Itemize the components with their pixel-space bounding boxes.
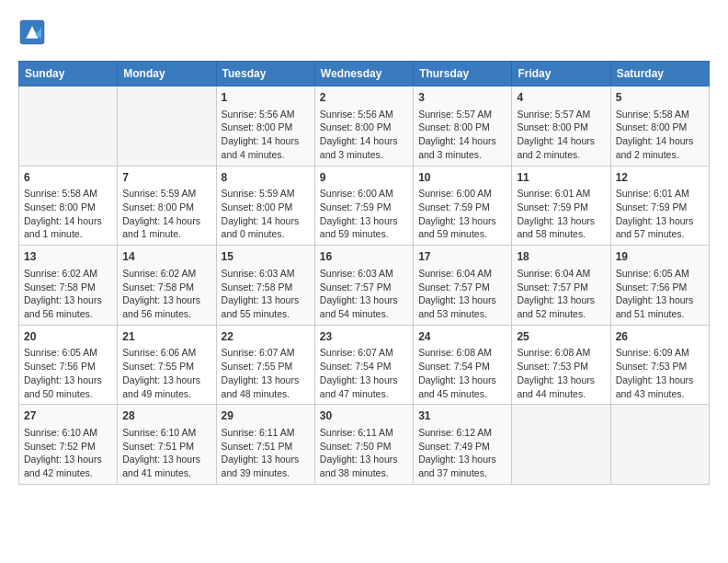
day-info: Sunrise: 6:04 AM [418,267,506,281]
day-number: 12 [616,170,704,186]
day-number: 15 [222,249,310,265]
day-number: 13 [24,249,112,265]
day-number: 10 [418,170,506,186]
day-info: Sunrise: 6:12 AM [418,426,506,440]
day-info: Sunset: 8:00 PM [616,121,704,134]
weekday-header: Sunday [19,62,118,86]
day-info: Sunset: 8:00 PM [418,121,506,134]
day-info: Sunrise: 6:01 AM [616,187,704,201]
day-info: Sunrise: 5:59 AM [222,187,310,201]
day-info: Sunset: 8:00 PM [517,121,605,134]
day-info: Sunset: 7:54 PM [320,360,408,373]
day-number: 19 [616,249,704,265]
day-number: 2 [320,90,408,106]
day-number: 20 [24,329,112,345]
calendar-cell: 4Sunrise: 5:57 AMSunset: 8:00 PMDaylight… [512,86,610,167]
calendar-cell: 7Sunrise: 5:59 AMSunset: 8:00 PMDaylight… [118,166,216,246]
weekday-header: Monday [118,62,216,86]
day-info: Daylight: 13 hours and 53 minutes. [418,293,506,320]
day-info: Sunrise: 6:10 AM [122,426,210,440]
day-info: Sunset: 7:56 PM [24,360,112,373]
day-number: 29 [222,408,310,424]
day-info: Sunset: 7:53 PM [616,360,704,373]
day-info: Daylight: 13 hours and 55 minutes. [222,293,310,320]
day-info: Sunset: 8:00 PM [122,201,210,214]
day-info: Daylight: 13 hours and 37 minutes. [418,453,506,479]
day-info: Sunrise: 6:11 AM [222,426,310,440]
day-number: 7 [122,170,210,186]
day-info: Sunrise: 6:06 AM [122,346,210,360]
day-info: Sunset: 7:55 PM [222,360,310,373]
weekday-header: Wednesday [314,62,413,86]
calendar-cell: 25Sunrise: 6:08 AMSunset: 7:53 PMDayligh… [512,325,610,405]
day-info: Daylight: 13 hours and 48 minutes. [222,373,310,400]
day-info: Sunset: 7:58 PM [24,281,112,294]
calendar-cell [512,405,610,485]
day-number: 4 [517,90,605,106]
day-info: Sunset: 7:53 PM [517,360,605,373]
calendar-week-row: 20Sunrise: 6:05 AMSunset: 7:56 PMDayligh… [19,325,710,405]
calendar-cell: 31Sunrise: 6:12 AMSunset: 7:49 PMDayligh… [414,405,512,485]
calendar-week-row: 6Sunrise: 5:58 AMSunset: 8:00 PMDaylight… [19,166,710,246]
day-info: Sunrise: 6:09 AM [616,346,704,360]
calendar-cell: 6Sunrise: 5:58 AMSunset: 8:00 PMDaylight… [19,166,118,246]
day-info: Daylight: 14 hours and 2 minutes. [517,134,605,161]
day-info: Daylight: 13 hours and 47 minutes. [320,373,408,400]
day-number: 24 [418,329,506,345]
day-info: Sunset: 7:59 PM [418,201,506,214]
day-number: 21 [122,329,210,345]
day-info: Daylight: 13 hours and 41 minutes. [122,453,210,479]
calendar-cell [118,86,216,167]
day-info: Sunrise: 5:57 AM [517,108,605,121]
calendar-cell: 12Sunrise: 6:01 AMSunset: 7:59 PMDayligh… [610,166,709,246]
day-info: Sunset: 7:59 PM [517,201,605,214]
calendar-week-row: 1Sunrise: 5:56 AMSunset: 8:00 PMDaylight… [19,86,710,167]
calendar-cell: 21Sunrise: 6:06 AMSunset: 7:55 PMDayligh… [118,325,216,405]
day-info: Daylight: 14 hours and 3 minutes. [418,134,506,161]
day-number: 5 [616,90,704,106]
weekday-header: Thursday [414,62,512,86]
page-header [18,18,710,46]
day-info: Sunrise: 5:59 AM [122,187,210,201]
calendar-cell: 10Sunrise: 6:00 AMSunset: 7:59 PMDayligh… [414,166,512,246]
day-info: Sunset: 8:00 PM [222,121,310,134]
logo [18,18,50,46]
calendar-body: 1Sunrise: 5:56 AMSunset: 8:00 PMDaylight… [19,86,710,485]
day-info: Sunrise: 6:08 AM [418,346,506,360]
calendar-cell: 8Sunrise: 5:59 AMSunset: 8:00 PMDaylight… [216,166,314,246]
day-number: 8 [222,170,310,186]
day-number: 25 [517,329,605,345]
weekday-header: Tuesday [216,62,314,86]
day-info: Daylight: 14 hours and 0 minutes. [222,214,310,241]
day-info: Daylight: 13 hours and 39 minutes. [222,453,310,479]
calendar-cell: 27Sunrise: 6:10 AMSunset: 7:52 PMDayligh… [19,405,118,485]
calendar-cell: 20Sunrise: 6:05 AMSunset: 7:56 PMDayligh… [19,325,118,405]
day-info: Sunrise: 5:57 AM [418,108,506,121]
day-info: Sunrise: 5:58 AM [616,108,704,121]
day-info: Daylight: 13 hours and 45 minutes. [418,373,506,400]
day-info: Daylight: 13 hours and 44 minutes. [517,373,605,400]
day-number: 6 [24,170,112,186]
calendar-cell: 22Sunrise: 6:07 AMSunset: 7:55 PMDayligh… [216,325,314,405]
calendar-cell: 9Sunrise: 6:00 AMSunset: 7:59 PMDaylight… [314,166,413,246]
day-info: Sunset: 8:00 PM [222,201,310,214]
day-info: Sunset: 7:54 PM [418,360,506,373]
day-info: Sunrise: 5:56 AM [320,108,408,121]
calendar-cell: 19Sunrise: 6:05 AMSunset: 7:56 PMDayligh… [610,246,709,326]
day-info: Sunrise: 6:11 AM [320,426,408,440]
day-number: 28 [122,408,210,424]
day-number: 26 [616,329,704,345]
day-info: Sunrise: 6:02 AM [122,267,210,281]
calendar-header: SundayMondayTuesdayWednesdayThursdayFrid… [19,62,710,86]
day-info: Sunrise: 6:04 AM [517,267,605,281]
day-info: Daylight: 13 hours and 57 minutes. [616,214,704,241]
day-number: 17 [418,249,506,265]
day-info: Sunrise: 6:03 AM [320,267,408,281]
day-info: Sunrise: 6:07 AM [320,346,408,360]
weekday-header: Saturday [610,62,709,86]
day-info: Daylight: 14 hours and 1 minute. [122,214,210,241]
calendar-cell: 29Sunrise: 6:11 AMSunset: 7:51 PMDayligh… [216,405,314,485]
day-info: Sunrise: 5:58 AM [24,187,112,201]
day-number: 18 [517,249,605,265]
day-info: Sunset: 7:49 PM [418,440,506,454]
